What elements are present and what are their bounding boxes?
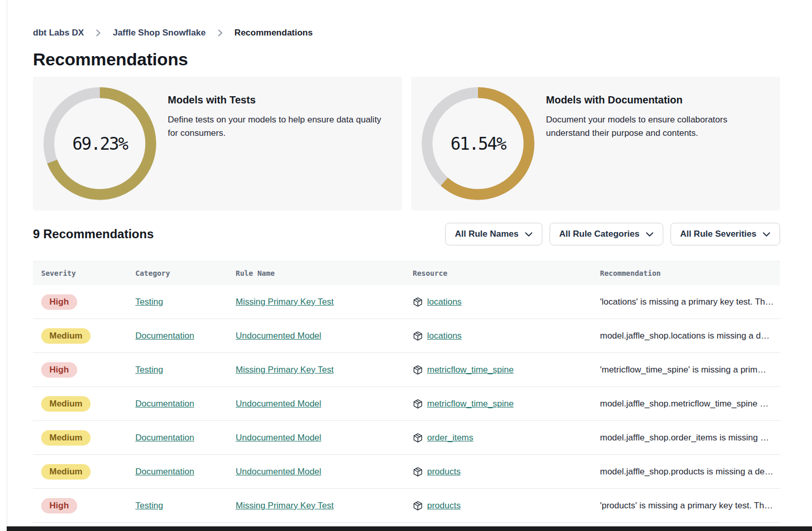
resource-cell: metricflow_time_spine	[404, 365, 592, 375]
metric-card-title: Models with Tests	[168, 94, 392, 106]
chevron-down-icon	[646, 232, 654, 237]
rule-name-link[interactable]: Missing Primary Key Test	[236, 365, 334, 375]
severity-badge: Medium	[41, 396, 91, 412]
breadcrumb-link[interactable]: dbt Labs DX	[33, 28, 84, 38]
table-row: Medium Documentation Undocumented Model …	[33, 455, 780, 489]
resource-link[interactable]: metricflow_time_spine	[427, 399, 514, 409]
table-column-header: Recommendation	[592, 269, 780, 277]
resource-cell: locations	[404, 331, 592, 341]
metric-card: 69.23% Models with Tests Define tests on…	[33, 77, 402, 210]
table-row: Medium Documentation Undocumented Model …	[33, 421, 780, 455]
recommendation-cell: model.jaffle_shop.products is missing a …	[592, 467, 780, 477]
model-cube-icon	[413, 331, 423, 341]
filter-dropdown-label: All Rule Names	[455, 229, 519, 239]
category-link[interactable]: Testing	[135, 365, 163, 375]
table-column-header: Resource	[404, 269, 592, 277]
donut-chart: 69.23%	[43, 87, 156, 200]
resource-link[interactable]: locations	[427, 331, 462, 341]
table-row: High Testing Missing Primary Key Test lo…	[33, 285, 780, 319]
window-bottom-edge	[7, 526, 812, 531]
resource-cell: order_items	[404, 433, 592, 443]
filter-dropdown-label: All Rule Severities	[680, 229, 756, 239]
donut-percent-label: 69.23%	[43, 87, 156, 200]
severity-badge: High	[41, 294, 77, 310]
chevron-right-icon	[95, 29, 101, 37]
category-link[interactable]: Testing	[135, 501, 163, 510]
page-title: Recommendations	[33, 49, 780, 69]
recommendations-table: SeverityCategoryRule NameResourceRecomme…	[33, 261, 780, 523]
rule-name-link[interactable]: Undocumented Model	[236, 433, 321, 442]
rule-name-cell: Undocumented Model	[227, 467, 404, 477]
model-cube-icon	[413, 365, 423, 375]
severity-cell: Medium	[33, 464, 127, 480]
filter-dropdown[interactable]: All Rule Names	[445, 223, 542, 245]
category-cell: Documentation	[127, 399, 227, 409]
rule-name-cell: Undocumented Model	[227, 331, 404, 341]
recommendation-cell: model.jaffle_shop.metricflow_time_spine …	[592, 399, 780, 409]
category-link[interactable]: Documentation	[135, 331, 194, 341]
rule-name-link[interactable]: Undocumented Model	[236, 467, 321, 476]
metric-card-text: Models with Documentation Document your …	[546, 94, 770, 140]
recommendation-cell: model.jaffle_shop.order_items is missing…	[592, 433, 780, 443]
category-link[interactable]: Documentation	[135, 433, 194, 442]
rule-name-cell: Missing Primary Key Test	[227, 297, 404, 307]
table-column-header: Category	[127, 269, 227, 277]
recommendation-cell: model.jaffle_shop.locations is missing a…	[592, 331, 780, 341]
resource-link[interactable]: metricflow_time_spine	[427, 365, 514, 375]
category-cell: Testing	[127, 297, 227, 307]
category-cell: Testing	[127, 365, 227, 375]
rule-name-link[interactable]: Missing Primary Key Test	[236, 297, 334, 307]
filter-dropdown-label: All Rule Categories	[559, 229, 640, 239]
recommendation-cell: 'metricflow_time_spine' is missing a pri…	[592, 365, 780, 375]
filter-dropdown[interactable]: All Rule Severities	[670, 223, 780, 245]
model-cube-icon	[413, 501, 423, 511]
severity-badge: Medium	[41, 464, 91, 480]
rule-name-link[interactable]: Missing Primary Key Test	[236, 501, 334, 510]
category-link[interactable]: Testing	[135, 297, 163, 307]
chevron-down-icon	[763, 232, 770, 237]
rule-name-link[interactable]: Undocumented Model	[236, 399, 321, 409]
resource-link[interactable]: locations	[427, 297, 462, 307]
category-cell: Documentation	[127, 467, 227, 477]
resource-link[interactable]: products	[427, 467, 461, 477]
chevron-down-icon	[525, 232, 533, 237]
list-header: 9 Recommendations All Rule Names All Rul…	[33, 223, 780, 245]
sidebar-edge-divider	[7, 0, 7, 531]
metric-card: 61.54% Models with Documentation Documen…	[411, 77, 780, 210]
table-header-row: SeverityCategoryRule NameResourceRecomme…	[33, 261, 780, 285]
severity-cell: High	[33, 294, 127, 310]
rule-name-cell: Missing Primary Key Test	[227, 365, 404, 375]
recommendations-count-title: 9 Recommendations	[33, 227, 154, 241]
severity-badge: Medium	[41, 328, 91, 344]
category-link[interactable]: Documentation	[135, 467, 194, 476]
severity-cell: High	[33, 498, 127, 514]
category-cell: Testing	[127, 501, 227, 511]
breadcrumb: dbt Labs DX Jaffle Shop Snowflake Recomm…	[33, 28, 780, 38]
table-column-header: Rule Name	[227, 269, 404, 277]
severity-cell: Medium	[33, 328, 127, 344]
resource-link[interactable]: products	[427, 501, 461, 511]
chevron-right-icon	[217, 29, 223, 37]
model-cube-icon	[413, 399, 423, 409]
donut-percent-label: 61.54%	[421, 87, 535, 200]
breadcrumb-link[interactable]: Jaffle Shop Snowflake	[113, 28, 205, 38]
recommendations-page: dbt Labs DX Jaffle Shop Snowflake Recomm…	[33, 0, 780, 523]
summary-cards: 69.23% Models with Tests Define tests on…	[33, 77, 780, 210]
recommendation-cell: 'products' is missing a primary key test…	[592, 501, 780, 511]
table-row: Medium Documentation Undocumented Model …	[33, 319, 780, 353]
table-row: Medium Documentation Undocumented Model …	[33, 387, 780, 421]
rule-name-cell: Missing Primary Key Test	[227, 501, 404, 511]
severity-cell: High	[33, 362, 127, 378]
severity-badge: High	[41, 498, 77, 514]
rule-name-link[interactable]: Undocumented Model	[236, 331, 321, 341]
metric-card-title: Models with Documentation	[546, 94, 770, 106]
resource-cell: metricflow_time_spine	[404, 399, 592, 409]
resource-cell: locations	[404, 297, 592, 307]
model-cube-icon	[413, 433, 423, 443]
resource-link[interactable]: order_items	[427, 433, 473, 443]
category-link[interactable]: Documentation	[135, 399, 194, 409]
category-cell: Documentation	[127, 331, 227, 341]
resource-cell: products	[404, 467, 592, 477]
filter-dropdown[interactable]: All Rule Categories	[550, 223, 663, 245]
metric-card-description: Document your models to ensure collabora…	[546, 113, 770, 140]
